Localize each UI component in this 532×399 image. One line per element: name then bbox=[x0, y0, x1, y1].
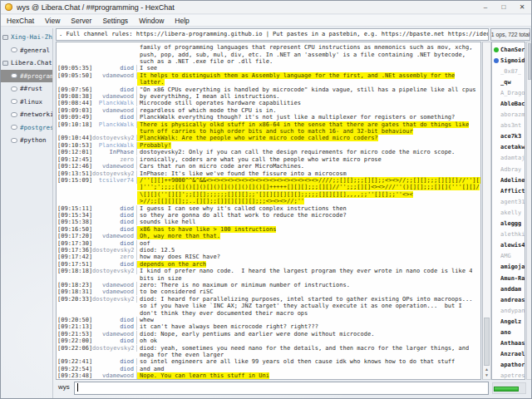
user-nick: Adeline bbox=[500, 177, 525, 184]
topic-input[interactable]: . Full channel rules: https://libera-pro… bbox=[56, 28, 489, 41]
message-text: how may does RISC have? bbox=[137, 254, 220, 260]
user-list-item[interactable]: Adbray bbox=[492, 164, 525, 175]
user-list-item[interactable]: ChanServ bbox=[492, 44, 525, 55]
user-list-item[interactable]: akelly bbox=[492, 207, 525, 218]
user-list-item[interactable]: AMG bbox=[492, 251, 525, 262]
timestamp: [09:22:41] bbox=[57, 358, 92, 365]
chat-line: [09:15:34]diodso they are gonna do all t… bbox=[57, 212, 480, 219]
user-list-item[interactable]: Amun-Ra bbox=[492, 273, 525, 283]
lag-meter-fill bbox=[494, 387, 519, 392]
user-list-item[interactable]: Angelz bbox=[492, 316, 525, 327]
minimize-button[interactable]: – bbox=[476, 1, 495, 13]
message-input[interactable] bbox=[74, 382, 489, 395]
user-list[interactable]: ChanServSigmoidF_0x87__qwA_DragonAbleBac… bbox=[491, 42, 525, 380]
user-list-item[interactable]: SigmoidF bbox=[492, 55, 525, 66]
sidebar-item-programming[interactable]: ##programming bbox=[1, 70, 52, 83]
chat-scrollbar-thumb[interactable] bbox=[484, 318, 490, 366]
user-nick: SigmoidF bbox=[500, 57, 525, 64]
nick: diod bbox=[92, 219, 137, 225]
sidebar-item-python[interactable]: #python bbox=[1, 134, 52, 147]
server-icon bbox=[2, 61, 8, 66]
userlist-scrollbar-thumb[interactable] bbox=[528, 43, 531, 80]
user-list-item[interactable]: A_Dragon bbox=[492, 87, 525, 98]
sidebar-item-postgresql[interactable]: #postgresql bbox=[1, 121, 52, 135]
sidebar-item-linux[interactable]: #linux bbox=[1, 96, 52, 109]
user-list-item[interactable]: aleggg bbox=[492, 219, 525, 229]
chat-line: [09:22:06]dostoyevsky2diod: yeah, someti… bbox=[57, 344, 480, 351]
sidebar-item-networking[interactable]: #networking bbox=[1, 108, 52, 121]
timestamp: [09:08:38] bbox=[57, 93, 92, 100]
user-list-item[interactable]: andreas3 bbox=[492, 294, 525, 305]
user-list-item[interactable]: AbleBaco bbox=[492, 98, 525, 109]
user-mode-icon bbox=[494, 243, 499, 248]
timestamp: [09:13:51] bbox=[57, 170, 92, 177]
maximize-button[interactable]: □ bbox=[495, 1, 513, 13]
message-text: latter. bbox=[137, 79, 165, 86]
menu-item-window[interactable]: Window bbox=[139, 17, 164, 25]
text-caret bbox=[77, 383, 78, 392]
chat-scrollbar[interactable]: ▲▼ bbox=[482, 42, 491, 380]
user-mode-icon bbox=[494, 276, 499, 281]
menu-item-view[interactable]: View bbox=[45, 17, 60, 25]
message-text: PlanckWalk everything though? it's not j… bbox=[137, 114, 455, 121]
user-list-item[interactable]: apathor bbox=[492, 360, 525, 371]
user-list-item[interactable]: anddam bbox=[492, 283, 525, 294]
message-text: /''[][]++9000^^&^&&<><><><><><><><><><><… bbox=[137, 177, 480, 184]
message-text: by everythihng, I mean all instructions. bbox=[137, 93, 280, 100]
nick: dostoyevsky2 bbox=[92, 296, 137, 303]
user-list-item[interactable]: ano bbox=[492, 327, 525, 337]
chat-line: [09:20:50]diodwhew bbox=[57, 317, 480, 323]
user-list-item[interactable]: _0x87_ bbox=[492, 66, 525, 76]
sidebar-item-xing-hai-zhan[interactable]: Xing-Hai-Zhan bbox=[1, 31, 52, 44]
close-button[interactable]: ✕ bbox=[513, 1, 531, 13]
user-list-item[interactable]: Anthaas bbox=[492, 338, 525, 349]
user-mode-icon bbox=[494, 101, 499, 106]
menu-item-server[interactable]: Server bbox=[71, 17, 91, 25]
menu-item-settings[interactable]: Settings bbox=[102, 17, 128, 25]
menu-item-help[interactable]: Help bbox=[175, 17, 189, 25]
user-list-item[interactable]: apetresc bbox=[492, 371, 525, 380]
user-list-item[interactable]: Anzrael bbox=[492, 349, 525, 360]
message-text: it can't have always been microcode righ… bbox=[137, 323, 318, 330]
nick: vdamewood bbox=[92, 331, 137, 337]
user-list-item[interactable]: alewis4 bbox=[492, 240, 525, 251]
timestamp: [09:18:23] bbox=[57, 282, 92, 288]
chat-line: [09:23:48]vdamewoodNope. You can learn t… bbox=[57, 372, 480, 379]
nick: diod bbox=[92, 65, 137, 71]
user-list-item[interactable]: abs3nt bbox=[492, 121, 525, 131]
user-nick: agent314 bbox=[500, 199, 525, 205]
user-list-item[interactable]: agent314 bbox=[492, 196, 525, 207]
user-list-item[interactable]: aborazme bbox=[492, 110, 525, 121]
sidebar-item-general[interactable]: #general bbox=[1, 44, 52, 57]
menu-item-hexchat[interactable]: HexChat bbox=[7, 17, 34, 25]
chat-log[interactable]: family of programming languages that rep… bbox=[56, 42, 481, 380]
user-nick: apathor bbox=[500, 362, 525, 368]
user-nick: alewis4 bbox=[500, 242, 525, 249]
user-list-item[interactable]: alethkit bbox=[492, 229, 525, 240]
user-list-item[interactable]: adamtajt bbox=[492, 153, 525, 164]
user-list-item[interactable]: Adeline bbox=[492, 175, 525, 185]
message-text: depends on the arch bbox=[137, 261, 206, 268]
user-list-item[interactable]: ace7k3 bbox=[492, 131, 525, 142]
scroll-arrows-icon[interactable]: ▲▼ bbox=[483, 367, 490, 378]
user-list-item[interactable]: Afflicti bbox=[492, 185, 525, 196]
sidebar-item-rust[interactable]: ##rust bbox=[1, 82, 52, 96]
chat-line: [09:08:38]vdamewoodby everythihng, I mea… bbox=[57, 93, 480, 100]
nick: diod bbox=[92, 205, 137, 212]
user-mode-icon bbox=[494, 112, 499, 117]
message-text: diod: 12.5 bbox=[137, 247, 175, 254]
input-row: wys bbox=[56, 381, 531, 396]
user-mode-icon bbox=[494, 330, 499, 335]
user-mode-icon bbox=[494, 155, 499, 160]
user-nick: ano bbox=[500, 329, 511, 336]
user-list-item[interactable]: acetakwa bbox=[492, 142, 525, 153]
timestamp: [09:15:38] bbox=[57, 219, 92, 225]
user-list-item[interactable]: andypand bbox=[492, 305, 525, 316]
user-list-item[interactable]: amigojap bbox=[492, 262, 525, 273]
user-list-item[interactable]: _qw bbox=[492, 76, 525, 87]
nick-button[interactable]: wys bbox=[58, 383, 70, 391]
sidebar-item-libera-chat[interactable]: Libera.Chat bbox=[1, 57, 52, 70]
timestamp: [09:05:50] bbox=[57, 72, 92, 79]
userlist-scrollbar[interactable] bbox=[526, 42, 532, 380]
chat-line: [09:18:23]vdamewoodzero: There is no max… bbox=[57, 282, 480, 288]
